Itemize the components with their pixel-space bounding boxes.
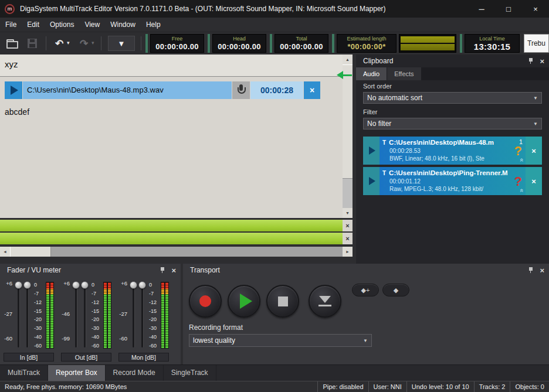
item-body[interactable]: T C:\Users\nin\Desktop\Ping-Trenner.M 00… [379,167,526,195]
sort-order-select[interactable]: No automatic sort ▼ [363,92,542,104]
fader-value-label: -27 [119,311,127,317]
tab-multitrack[interactable]: MultiTrack [0,365,48,381]
fader-slider[interactable] [23,281,32,350]
tab-audio[interactable]: Audio [356,67,387,80]
slider-knob[interactable] [130,281,137,289]
scroll-right-button[interactable]: ► [343,247,353,257]
minimize-button[interactable]: ─ [468,0,495,18]
panel-close-icon[interactable]: × [540,57,544,66]
fader-bottom-label: -60 [4,335,12,342]
slider-knob[interactable] [23,281,31,289]
font-button[interactable]: Trebu [524,34,549,53]
folder-open-icon [6,41,18,49]
redo-caret-icon[interactable]: ▾ [92,40,94,46]
pin-icon[interactable] [160,267,165,274]
close-button[interactable]: × [522,0,549,18]
sort-order-label: Sort order [363,83,392,90]
scale-tick: -7 [149,291,160,296]
tab-effects[interactable]: Effects [387,67,421,80]
expand-icon[interactable]: « [518,189,526,192]
fader-slider[interactable] [72,281,80,350]
fader-slider[interactable] [14,281,23,350]
menu-view[interactable]: View [79,18,105,32]
stop-button[interactable] [266,285,299,318]
marker-add-button[interactable]: ◆+ [352,284,379,296]
play-button[interactable] [228,285,260,318]
tab-record-mode[interactable]: Record Mode [106,365,164,381]
editor-canvas[interactable]: xyz C:\Users\nin\Desktop\Maus-48.mp3.wav… [0,54,343,218]
play-icon [369,177,375,185]
recording-format-select[interactable]: lowest quality ▼ [189,334,372,347]
menu-options[interactable]: Options [45,18,79,32]
scale-tick: -15 [34,308,45,314]
track-lane-2[interactable] [0,233,343,244]
recording-format-value: lowest quality [193,336,235,345]
redo-button[interactable]: ↷ [76,36,92,51]
clipboard-item[interactable]: T C:\Users\nin\Desktop\Ping-Trenner.M 00… [363,167,542,195]
menu-file[interactable]: File [0,18,22,32]
undo-button[interactable]: ↶ [52,36,67,51]
slider-knob[interactable] [81,281,89,289]
scroll-up-button[interactable]: ▲ [343,54,353,64]
missing-file-icon: ? [514,145,522,158]
fader-top-label: +6 [6,280,12,287]
open-button[interactable] [5,36,20,51]
slider-track [84,283,86,347]
scroll-down-button[interactable]: ▼ [343,208,353,218]
menu-help[interactable]: Help [141,18,166,32]
toolbar-grip [460,34,462,53]
filter-select[interactable]: No filter ▼ [363,118,542,129]
item-close-button[interactable]: × [526,167,542,195]
arrow-tail [343,74,352,76]
expand-icon[interactable]: « [518,158,526,162]
clip-close-button[interactable]: × [304,81,320,99]
item-body[interactable]: T C:\Users\nin\Desktop\Maus-48.m 00:00:2… [379,137,526,165]
slider-knob[interactable] [72,281,80,289]
save-button[interactable] [25,36,40,51]
track-header [0,54,343,76]
lane-2-close-button[interactable]: × [343,233,353,244]
menu-window[interactable]: Window [105,18,141,32]
panel-close-icon[interactable]: × [171,266,176,275]
hscrollbar-thumb[interactable] [10,247,51,257]
clipboard-title: Clipboard [363,57,393,65]
audio-clip: C:\Users\nin\Desktop\Maus-48.mp3.wav 00:… [5,81,320,99]
undo-caret-icon[interactable]: ▾ [67,40,70,46]
fader-slider[interactable] [80,281,89,350]
vscrollbar-thumb[interactable] [343,64,353,179]
clip-play-button[interactable] [5,81,22,99]
slider-knob[interactable] [138,281,146,289]
editor-hscrollbar[interactable]: ◄ ► [0,247,353,257]
fader-slider[interactable] [129,281,138,350]
lane-1-close-button[interactable]: × [343,220,353,231]
item-title-row: T C:\Users\nin\Desktop\Maus-48.m [382,138,511,147]
play-icon [240,294,252,309]
marker-button[interactable]: ◆ [382,284,409,296]
clip-record-button[interactable] [232,81,250,99]
panel-close-icon[interactable]: × [540,266,544,275]
toolbar: ↶ ▾ ↷ ▾ ▼ Free 00:00:00.00 Head 00:00:00… [0,32,549,54]
pin-icon[interactable] [528,57,534,64]
fader-slider[interactable] [138,281,147,350]
tab-reporter-box[interactable]: Reporter Box [48,365,106,381]
fader-header: Fader / VU meter × [0,264,181,277]
item-play-button[interactable] [363,167,379,195]
track-lane-1[interactable] [0,220,343,231]
eject-button[interactable] [309,285,341,318]
clip-path-label[interactable]: C:\Users\nin\Desktop\Maus-48.mp3.wav [23,81,232,99]
menu-edit[interactable]: Edit [22,18,45,32]
maximize-button[interactable]: □ [495,0,522,18]
record-button[interactable] [189,285,222,318]
slider-track [133,283,134,347]
hscrollbar-track[interactable] [10,247,343,257]
scroll-left-button[interactable]: ◄ [0,247,10,257]
item-close-button[interactable]: × [526,137,542,165]
fader-value-label: -27 [4,311,12,317]
clipboard-header: Clipboard × [356,54,549,67]
clipboard-item[interactable]: T C:\Users\nin\Desktop\Maus-48.m 00:00:2… [363,137,542,165]
tab-singletrack[interactable]: SingleTrack [164,365,216,381]
pin-icon[interactable] [528,267,534,274]
slider-knob[interactable] [15,281,22,289]
item-play-button[interactable] [363,137,379,165]
marker-dropdown-button[interactable]: ▼ [108,36,135,51]
